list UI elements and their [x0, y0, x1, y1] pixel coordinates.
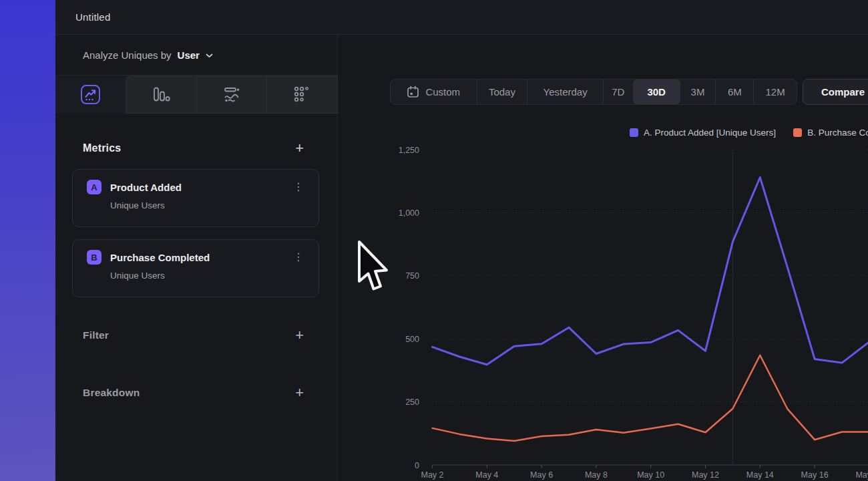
range-30d-selected[interactable]: 30D — [633, 79, 680, 104]
metric-subtitle[interactable]: Unique Users — [110, 271, 309, 281]
chevron-down-icon[interactable] — [206, 53, 213, 58]
retention-grid-icon — [293, 86, 311, 104]
chart-legend: A. Product Added [Unique Users] B. Purch… — [630, 128, 868, 138]
calendar-icon — [407, 86, 419, 98]
line-chart-icon — [80, 84, 101, 105]
svg-text:1,000: 1,000 — [399, 208, 419, 218]
breakdown-section-header: Breakdown + — [55, 386, 337, 399]
metric-title[interactable]: Purchase Completed — [110, 252, 288, 263]
legend-item-b[interactable]: B. Purchase Completed [Unique Users] — [793, 128, 868, 138]
breakdown-label: Breakdown — [83, 387, 140, 399]
analyze-by-dropdown[interactable]: User — [178, 49, 200, 61]
metrics-label: Metrics — [83, 142, 121, 154]
flows-icon — [222, 86, 241, 104]
metric-subtitle[interactable]: Unique Users — [110, 200, 309, 210]
app-header: Untitled — [55, 0, 868, 35]
chart-panel: Custom Today Yesterday 7D 30D 3M 6M 12M … — [339, 35, 868, 481]
analyze-by-label: Analyze Uniques by — [83, 49, 172, 61]
chart-type-tab-group — [126, 75, 338, 114]
svg-text:0: 0 — [415, 461, 419, 470]
svg-text:May 4: May 4 — [475, 470, 498, 480]
range-3m[interactable]: 3M — [680, 79, 716, 104]
svg-text:750: 750 — [405, 271, 419, 281]
svg-text:1,250: 1,250 — [399, 146, 419, 155]
metric-card-list: A Product Added ⋮ Unique Users B Purchas… — [72, 169, 319, 297]
svg-text:May 16: May 16 — [801, 470, 829, 480]
compare-button[interactable]: Compare — [803, 79, 868, 105]
range-6m[interactable]: 6M — [715, 79, 753, 104]
svg-text:May 18: May 18 — [855, 470, 868, 480]
add-metric-button[interactable]: + — [295, 142, 304, 155]
svg-text:May 10: May 10 — [637, 470, 664, 480]
filter-section-header: Filter + — [55, 329, 337, 342]
metric-card-a[interactable]: A Product Added ⋮ Unique Users — [72, 169, 319, 227]
metric-badge-a: A — [87, 180, 101, 194]
metric-card-b[interactable]: B Purchase Completed ⋮ Unique Users — [72, 239, 319, 297]
add-breakdown-button[interactable]: + — [295, 386, 304, 399]
svg-text:250: 250 — [405, 397, 419, 407]
date-range-selector: Custom Today Yesterday 7D 30D 3M 6M 12M — [390, 79, 797, 105]
report-title[interactable]: Untitled — [75, 11, 110, 23]
svg-text:500: 500 — [405, 335, 419, 344]
analytics-app-window: Untitled Analyze Uniques by User — [55, 0, 868, 481]
legend-item-a[interactable]: A. Product Added [Unique Users] — [630, 128, 776, 138]
desktop-background-strip — [0, 0, 55, 481]
chart-type-tabs — [55, 75, 337, 114]
analyze-by-row: Analyze Uniques by User — [55, 35, 337, 75]
screen: Untitled Analyze Uniques by User — [0, 0, 868, 481]
svg-text:May 2: May 2 — [421, 470, 443, 480]
legend-swatch-purple — [630, 128, 638, 137]
bar-chart-icon — [152, 86, 170, 103]
add-filter-button[interactable]: + — [295, 329, 304, 342]
legend-swatch-orange — [793, 128, 802, 137]
range-custom[interactable]: Custom — [391, 79, 477, 104]
range-12m[interactable]: 12M — [753, 79, 797, 104]
kebab-menu-icon[interactable]: ⋮ — [288, 181, 309, 193]
kebab-menu-icon[interactable]: ⋮ — [288, 251, 309, 263]
tab-bar-chart[interactable] — [126, 76, 196, 113]
svg-text:May 6: May 6 — [530, 470, 553, 480]
svg-text:May 14: May 14 — [746, 470, 774, 480]
svg-text:May 8: May 8 — [585, 470, 608, 480]
svg-text:May 12: May 12 — [692, 470, 719, 480]
filter-label: Filter — [83, 329, 109, 341]
tab-flows[interactable] — [196, 76, 267, 113]
tab-line-chart[interactable] — [55, 75, 126, 114]
metric-badge-b: B — [87, 250, 101, 265]
tab-retention-grid[interactable] — [266, 76, 337, 113]
metrics-section-header: Metrics + — [55, 142, 337, 155]
metric-title[interactable]: Product Added — [110, 182, 288, 193]
query-builder-sidebar: Analyze Uniques by User — [55, 35, 338, 481]
range-7d[interactable]: 7D — [603, 79, 633, 104]
range-today[interactable]: Today — [477, 79, 527, 104]
range-yesterday[interactable]: Yesterday — [527, 79, 603, 104]
line-chart-canvas[interactable]: 02505007501,0001,250May 2May 4May 6May 8… — [339, 140, 868, 481]
